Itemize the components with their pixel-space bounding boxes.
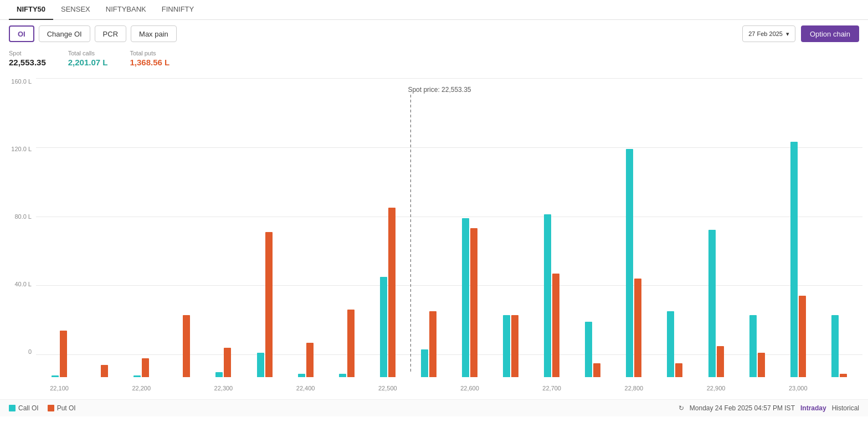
put-bar <box>717 346 724 377</box>
svg-text:Spot price: 22,553.35: Spot price: 22,553.35 <box>408 86 471 94</box>
x-label: 22,600 <box>449 385 490 392</box>
x-label: 22,700 <box>531 385 572 392</box>
change-oi-button[interactable]: Change OI <box>39 25 90 42</box>
put-bar <box>265 232 273 378</box>
call-bar <box>133 375 141 377</box>
toolbar-buttons: OI Change OI PCR Max pain <box>9 25 177 42</box>
y-axis: 160.0 L 120.0 L 80.0 L 40.0 L 0 <box>0 78 36 355</box>
bar-group <box>80 365 121 377</box>
bar-group <box>285 343 326 378</box>
total-puts-stat: Total puts 1,368.56 L <box>130 50 170 67</box>
x-label: 22,200 <box>121 385 162 392</box>
y-label-120: 120.0 L <box>0 146 36 152</box>
call-bar <box>215 372 223 377</box>
y-label-0: 0 <box>0 348 36 355</box>
oi-button[interactable]: OI <box>9 25 34 42</box>
call-bar <box>626 149 633 378</box>
put-bar <box>511 315 518 378</box>
chart-wrapper: 160.0 L 120.0 L 80.0 L 40.0 L 0 Spot pri… <box>0 73 868 399</box>
call-bar <box>339 374 346 377</box>
put-bar <box>224 348 231 377</box>
bar-group <box>244 232 285 378</box>
x-label: 22,500 <box>367 385 408 392</box>
bar-group <box>39 331 80 377</box>
bar-group <box>778 142 819 377</box>
put-bar <box>388 208 396 377</box>
x-label: 22,800 <box>613 385 654 392</box>
put-oi-color <box>48 405 54 411</box>
call-oi-label: Call OI <box>18 404 39 412</box>
bar-group <box>408 311 449 377</box>
put-oi-label: Put OI <box>57 404 76 412</box>
put-bar <box>306 343 314 378</box>
stats-row: Spot 22,553.35 Total calls 2,201.07 L To… <box>0 48 868 73</box>
intraday-link[interactable]: Intraday <box>800 404 826 412</box>
grid-line-1 <box>36 78 862 79</box>
nav-tab-nifty50[interactable]: NIFTY50 <box>9 0 53 20</box>
bar-group <box>654 311 695 377</box>
footer-right: ↻ Monday 24 Feb 2025 04:57 PM IST Intrad… <box>679 404 859 412</box>
legend: Call OI Put OI <box>9 404 76 412</box>
bar-group <box>572 322 613 377</box>
date-selector[interactable]: 27 Feb 2025 ▾ <box>742 25 795 42</box>
call-bar <box>462 218 469 378</box>
bar-group <box>203 348 244 377</box>
call-bar <box>708 230 716 377</box>
put-bar <box>347 310 355 377</box>
bar-group <box>326 310 367 377</box>
call-bar <box>52 375 59 377</box>
option-chain-button[interactable]: Option chain <box>801 25 859 42</box>
x-label: 22,900 <box>696 385 737 392</box>
bar-group <box>819 315 860 378</box>
spot-value: 22,553.35 <box>9 58 46 67</box>
top-navigation: NIFTY50 SENSEX NIFTYBANK FINNIFTY <box>0 0 868 20</box>
call-bar <box>667 311 674 377</box>
put-bar <box>799 296 806 377</box>
call-bar <box>503 315 510 378</box>
put-bar <box>60 331 67 377</box>
bar-group <box>490 315 531 378</box>
historical-link[interactable]: Historical <box>832 404 859 412</box>
put-bar <box>183 315 190 378</box>
max-pain-button[interactable]: Max pain <box>131 25 177 42</box>
call-bar <box>831 315 839 378</box>
put-bar <box>470 228 477 377</box>
call-oi-color <box>9 405 16 411</box>
put-bar <box>552 274 559 378</box>
nav-tab-niftybank[interactable]: NIFTYBANK <box>98 0 154 20</box>
date-value: 27 Feb 2025 <box>748 30 783 37</box>
put-bar <box>758 353 765 377</box>
refresh-icon[interactable]: ↻ <box>679 404 684 412</box>
bar-group <box>449 218 490 378</box>
put-bar <box>840 374 847 377</box>
bar-group <box>613 149 654 378</box>
nav-tab-finnifty[interactable]: FINNIFTY <box>154 0 202 20</box>
bar-group <box>162 315 203 378</box>
x-axis: 22,10022,20022,30022,40022,50022,60022,7… <box>36 380 862 396</box>
put-bar <box>634 279 641 377</box>
total-calls-label: Total calls <box>68 50 108 56</box>
call-bar <box>380 277 387 377</box>
put-bar <box>675 363 682 377</box>
total-calls-value: 2,201.07 L <box>68 58 108 67</box>
timestamp: Monday 24 Feb 2025 04:57 PM IST <box>690 404 795 412</box>
put-bar <box>429 311 436 377</box>
put-bar <box>142 358 149 377</box>
toolbar: OI Change OI PCR Max pain 27 Feb 2025 ▾ … <box>0 20 868 48</box>
total-puts-label: Total puts <box>130 50 170 56</box>
call-bar <box>298 374 305 377</box>
total-calls-stat: Total calls 2,201.07 L <box>68 50 108 67</box>
bar-group <box>531 214 572 377</box>
x-label: 22,300 <box>203 385 244 392</box>
call-bar <box>790 142 798 377</box>
pcr-button[interactable]: PCR <box>95 25 126 42</box>
nav-tab-sensex[interactable]: SENSEX <box>53 0 98 20</box>
spot-stat: Spot 22,553.35 <box>9 50 46 67</box>
call-oi-legend: Call OI <box>9 404 39 412</box>
spot-label: Spot <box>9 50 46 56</box>
total-puts-value: 1,368.56 L <box>130 58 170 67</box>
bar-group <box>367 208 408 377</box>
toolbar-right: 27 Feb 2025 ▾ Option chain <box>742 25 859 42</box>
call-bar <box>749 315 757 378</box>
y-label-160: 160.0 L <box>0 78 36 85</box>
